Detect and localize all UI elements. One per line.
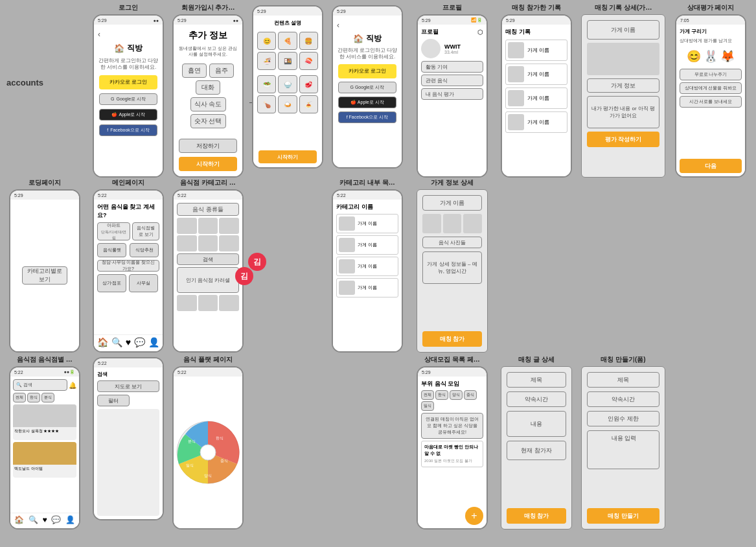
food-flat-wheel[interactable]: 한식 중식 양식 일식 분식: [176, 420, 240, 485]
main-food-btns: 음식룰렛 식당추천: [97, 243, 159, 257]
signup-tag-drink[interactable]: 음주: [209, 64, 234, 78]
food-cat-inner-row-3[interactable]: 가게 이름: [336, 257, 398, 276]
profile-header: 프로필 ⬡: [421, 28, 483, 36]
opponent-list-fab[interactable]: +: [465, 507, 483, 525]
main-badge1-label: 아파트: [107, 222, 120, 229]
signup3-phone: 5:29 ‹ 🏠 직방 간편하게 로그인하고 다양한 서비스를 이용하세요. 카…: [332, 5, 403, 169]
match-detail-write-btn[interactable]: 평가 작성하기: [587, 132, 659, 147]
signup3-google-btn[interactable]: G Google로 시작: [338, 82, 396, 93]
main-venue-office[interactable]: 사무실: [129, 274, 158, 292]
main-roulette-btn[interactable]: 음식룰렛: [97, 243, 126, 257]
login-back-icon[interactable]: ‹: [98, 30, 159, 39]
food-restaurant-title-label: 음식점 음식점별 …: [6, 355, 83, 364]
signup3-kakao-btn[interactable]: 카카오로 로그인: [338, 64, 396, 78]
profile-share-icon[interactable]: ⬡: [477, 29, 483, 36]
match-create-limit-field[interactable]: 인원수 제한: [587, 411, 659, 426]
food-cat-inner-row-1[interactable]: 가게 이름: [336, 214, 398, 233]
match-create-time-field[interactable]: 약속시간: [587, 391, 659, 407]
food-restaurant-item-2[interactable]: 맥도날드 아이템: [13, 442, 76, 478]
match-detail2-title-field: 제목: [507, 372, 566, 388]
food-cat-inner-row-2[interactable]: 가게 이름: [336, 235, 398, 255]
food-restaurant-item-2-img: [13, 442, 76, 465]
opponent-list-tab-korean[interactable]: 한식: [435, 390, 448, 400]
opponent-list-tab-japanese[interactable]: 일식: [421, 401, 434, 411]
review-emoji-1[interactable]: 😊: [687, 49, 701, 64]
profile-stats: 33.4ml: [444, 50, 461, 54]
signup-title: 회원가입시 추가…: [170, 3, 246, 12]
signup-tag-talk[interactable]: 대화: [196, 80, 220, 95]
main-badge-food[interactable]: 음식점별로 보기: [132, 222, 159, 240]
login-google-btn[interactable]: GGoogle로 시작: [99, 93, 157, 105]
review-emoji-3[interactable]: 🦊: [720, 49, 735, 64]
food-restaurant-search-input[interactable]: 🔍 검색: [13, 379, 67, 391]
signup-save-btn[interactable]: 저장하기: [179, 139, 237, 153]
review-confirm-btn[interactable]: 다음: [680, 159, 742, 173]
main-nav-search-icon[interactable]: 🔍: [111, 337, 122, 347]
food-restaurant-nav-search[interactable]: 🔍: [29, 515, 38, 524]
main-nav-chat-icon[interactable]: 💬: [134, 337, 145, 347]
food-restaurant-tab2[interactable]: 한식: [27, 393, 40, 402]
opponent-list-tab-all[interactable]: 전체: [421, 390, 434, 400]
review-option-2[interactable]: 상대방에게 선물을 줘봐요: [680, 82, 742, 94]
match-history-row-2[interactable]: 가게 이름: [505, 64, 567, 85]
match-detail2-join-btn[interactable]: 매칭 참가: [507, 508, 566, 524]
signup2-emoji10: 🍗: [257, 95, 276, 113]
main-nav-heart-icon[interactable]: ♥: [126, 337, 131, 347]
food-restaurant-item-1[interactable]: 작한모사 설목청 ★★★★: [13, 404, 76, 440]
signup-tag-pace[interactable]: 식사 속도: [190, 97, 226, 111]
main-nav-home-icon[interactable]: 🏠: [97, 337, 108, 347]
food-cat-inner-row-4[interactable]: 가게 이름: [336, 278, 398, 297]
match-create-content-field[interactable]: 내용 입력: [587, 430, 659, 469]
store-detail-screen-wrap: 가게 정보 상세 가게 이름 음식 사진들 가게 상세 정보들 – 메뉴, 영업…: [414, 178, 490, 353]
main-recommend-btn[interactable]: 식당추천: [130, 243, 159, 257]
signup2-next-btn[interactable]: 시작하기: [258, 150, 317, 163]
login-apple-btn[interactable]: 🍎Apple로 시작: [99, 109, 157, 121]
review-title: 가게 구리기: [680, 28, 742, 35]
login-kakao-btn[interactable]: 카카오로 로그인: [99, 75, 157, 89]
food-cat-search-btn[interactable]: 검색: [177, 253, 239, 265]
signup2-time: 5:29: [257, 9, 266, 14]
food-restaurant-nav-heart[interactable]: ♥: [42, 515, 47, 524]
match-history-status-bar: 5:29: [502, 16, 571, 25]
signup3-facebook-btn[interactable]: f Facebook으로 시작: [338, 111, 396, 123]
signup2-emoji4: 🍜: [257, 52, 276, 70]
match-history-row-4[interactable]: 가게 이름: [505, 111, 567, 133]
review-emoji-2[interactable]: 🐰: [704, 49, 718, 64]
signup3-back-icon[interactable]: ‹: [337, 21, 398, 30]
login-facebook-btn[interactable]: fFacebook으로 시작: [99, 124, 157, 136]
match-create-btn[interactable]: 매칭 만들기: [587, 508, 659, 524]
match-history-row-3[interactable]: 가게 이름: [505, 87, 567, 109]
opponent-list-post-status: 2030 일본 마켓인 모집 불가: [424, 458, 480, 464]
main-venue-store[interactable]: 상가·점포: [97, 274, 126, 292]
food-flat-map-btn[interactable]: 지도로 보기: [97, 380, 159, 392]
opponent-list-tab-chinese[interactable]: 중식: [464, 390, 477, 400]
food-restaurant-nav-home[interactable]: 🏠: [14, 515, 24, 524]
match-create-title-field[interactable]: 제목: [587, 372, 659, 388]
signup-tag-num[interactable]: 숫자 선택: [190, 114, 226, 128]
signup-next-btn[interactable]: 시작하기: [179, 157, 237, 171]
opponent-list-post[interactable]: 마음대로 마켓 빵인 안되나 알 수 없 2030 일본 마켓인 모집 불가: [421, 441, 483, 467]
kim-badge-1: 김: [235, 267, 253, 285]
food-flat-filter-btn[interactable]: 필터: [97, 395, 130, 406]
svg-text:중식: 중식: [220, 459, 228, 463]
opponent-list-tab-western[interactable]: 양식: [450, 390, 463, 400]
food-restaurant-bell-icon[interactable]: 🔔: [69, 382, 76, 389]
signup3-apple-btn[interactable]: 🍎 Apple로 시작: [338, 97, 396, 108]
food-restaurant-screen-wrap: 음식점 음식점별 … 5:22 ●●🔋 🔍 검색 🔔 전체 한식 분식 작한모사: [6, 355, 83, 530]
login-time: 5:29: [98, 18, 107, 23]
signup-signal: ●●: [233, 18, 238, 23]
loading-category-btn[interactable]: 카테고리별로 보기: [22, 266, 67, 285]
main-nav-profile-icon[interactable]: 👤: [148, 337, 159, 347]
food-restaurant-tab3[interactable]: 분식: [41, 393, 54, 402]
signup-tag-smoking[interactable]: 흡연: [182, 64, 207, 78]
food-cat-img1: [177, 218, 197, 234]
review-option-3[interactable]: 시간 서로를 보내세요: [680, 96, 742, 108]
food-restaurant-tab1[interactable]: 전체: [13, 393, 26, 402]
food-restaurant-nav-user[interactable]: 👤: [65, 515, 75, 524]
store-detail-join-btn[interactable]: 매칭 참가: [422, 331, 482, 347]
signup3-logo: 🏠 직방: [353, 33, 382, 44]
main-badge-apt[interactable]: 아파트 단독/다세대/연립: [97, 222, 130, 240]
food-restaurant-nav-chat[interactable]: 💬: [51, 515, 61, 524]
match-history-row-1[interactable]: 가게 이름: [505, 40, 567, 61]
review-option-1[interactable]: 무료로 나누주기: [680, 69, 742, 80]
